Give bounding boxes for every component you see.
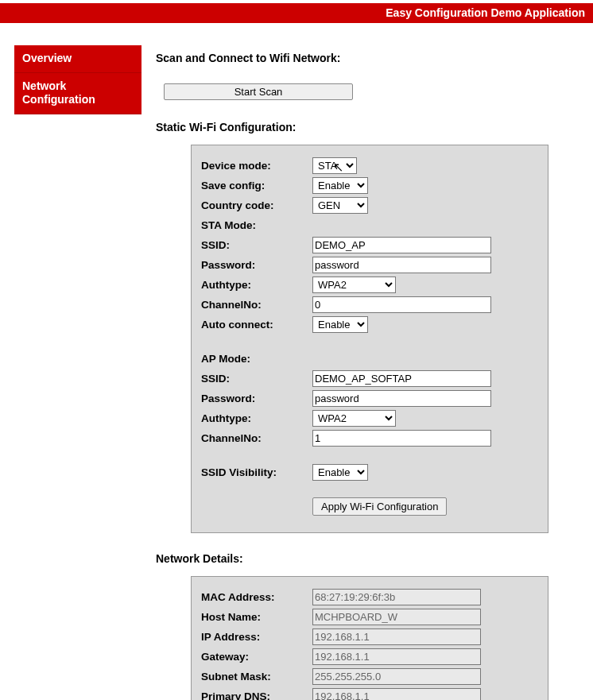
apply-wifi-button[interactable]: Apply Wi-Fi Configuration bbox=[312, 497, 447, 516]
hostname-value bbox=[312, 609, 481, 625]
sta-channel-input[interactable] bbox=[312, 296, 491, 313]
device-mode-select[interactable]: STA bbox=[312, 157, 357, 174]
ip-value bbox=[312, 628, 481, 645]
ap-channel-input[interactable] bbox=[312, 430, 491, 447]
sta-auth-select[interactable]: WPA2 bbox=[312, 277, 396, 293]
sidebar-item-overview[interactable]: Overview bbox=[14, 45, 141, 73]
sidebar: Overview Network Configuration bbox=[14, 45, 141, 114]
ap-password-input[interactable] bbox=[312, 390, 491, 407]
mac-label: MAC Address: bbox=[201, 591, 312, 603]
gateway-label: Gateway: bbox=[201, 651, 312, 663]
device-mode-label: Device mode: bbox=[201, 160, 312, 172]
ap-ssid-input[interactable] bbox=[312, 370, 491, 387]
save-config-label: Save config: bbox=[201, 180, 312, 191]
wifi-config-panel: Device mode: STA ↖ Save config: Enable C… bbox=[191, 145, 548, 533]
sta-mode-header: STA Mode: bbox=[201, 219, 312, 231]
subnet-label: Subnet Mask: bbox=[201, 671, 312, 683]
sta-ssid-input[interactable] bbox=[312, 237, 491, 253]
sidebar-item-network-configuration[interactable]: Network Configuration bbox=[14, 73, 141, 114]
ap-mode-header: AP Mode: bbox=[201, 353, 312, 365]
ip-label: IP Address: bbox=[201, 631, 312, 643]
scan-section-title: Scan and Connect to Wifi Network: bbox=[156, 52, 548, 64]
sta-password-label: Password: bbox=[201, 259, 312, 271]
start-scan-button[interactable]: Start Scan bbox=[164, 83, 353, 100]
country-code-label: Country code: bbox=[201, 199, 312, 211]
ap-ssid-label: SSID: bbox=[201, 373, 312, 385]
app-title: Easy Configuration Demo Application bbox=[386, 6, 585, 19]
sta-channel-label: ChannelNo: bbox=[201, 299, 312, 311]
save-config-select[interactable]: Enable bbox=[312, 177, 368, 194]
hostname-label: Host Name: bbox=[201, 611, 312, 623]
sta-ssid-label: SSID: bbox=[201, 239, 312, 251]
sta-password-input[interactable] bbox=[312, 257, 491, 273]
ap-channel-label: ChannelNo: bbox=[201, 432, 312, 444]
auto-connect-select[interactable]: Enable bbox=[312, 316, 368, 333]
ssid-visibility-label: SSID Visibility: bbox=[201, 466, 312, 478]
mac-value bbox=[312, 589, 481, 605]
pdns-label: Primary DNS: bbox=[201, 690, 312, 701]
gateway-value bbox=[312, 648, 481, 665]
auto-connect-label: Auto connect: bbox=[201, 319, 312, 331]
header-bar: Easy Configuration Demo Application bbox=[0, 3, 593, 23]
country-code-select[interactable]: GEN bbox=[312, 197, 368, 214]
sta-auth-label: Authtype: bbox=[201, 279, 312, 291]
ap-auth-select[interactable]: WPA2 bbox=[312, 410, 396, 427]
static-wifi-title: Static Wi-Fi Configuration: bbox=[156, 121, 548, 133]
network-details-title: Network Details: bbox=[156, 552, 548, 565]
ssid-visibility-select[interactable]: Enable bbox=[312, 464, 368, 481]
pdns-value bbox=[312, 688, 481, 701]
subnet-value bbox=[312, 668, 481, 685]
ap-password-label: Password: bbox=[201, 393, 312, 404]
network-details-panel: MAC Address: Host Name: IP Address: Gate… bbox=[191, 576, 548, 700]
ap-auth-label: Authtype: bbox=[201, 412, 312, 424]
